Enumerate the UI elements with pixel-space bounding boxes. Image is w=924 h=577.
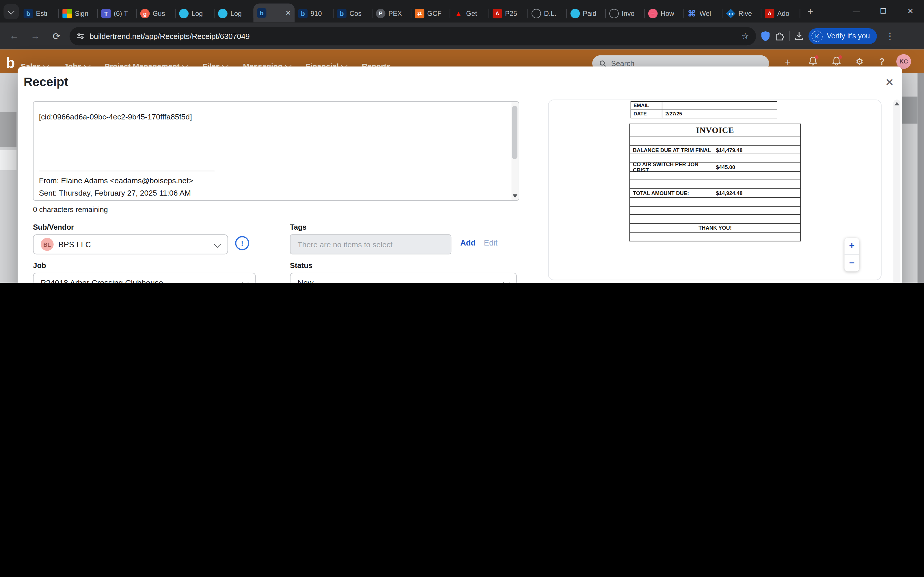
invoice-line1-label: BALANCE DUE AT TRIM FINAL	[630, 147, 715, 153]
buildertrend-favicon	[257, 8, 267, 18]
preview-zoom-control: + −	[844, 238, 859, 271]
browser-tab[interactable]: Rive	[722, 5, 761, 22]
browser-tab[interactable]: Get	[450, 5, 489, 22]
search-icon	[599, 60, 606, 67]
globe-favicon	[609, 9, 619, 18]
site-settings-icon[interactable]	[76, 32, 84, 40]
scroll-down-arrow-icon[interactable]	[513, 194, 517, 198]
browser-tab[interactable]: Sign	[59, 5, 98, 22]
browser-menu-icon[interactable]: ⋮	[882, 28, 898, 44]
browser-tab[interactable]: Cos	[333, 5, 373, 22]
date-value: 2/27/25	[662, 111, 777, 116]
xero-favicon	[179, 9, 189, 18]
xero-favicon	[570, 9, 580, 18]
download-icon[interactable]	[794, 31, 804, 41]
active-tab[interactable]: ✕	[254, 3, 295, 22]
characters-remaining: 0 characters remaining	[33, 205, 108, 214]
zoom-in-button[interactable]: +	[844, 238, 859, 255]
invoice-line2-value: $445.00	[715, 164, 735, 170]
status-label: Status	[290, 261, 312, 270]
modal-title: Receipt	[24, 75, 68, 89]
teams-favicon	[101, 9, 111, 18]
url-text[interactable]: buildertrend.net/app/Receipts/Receipt/63…	[89, 31, 736, 40]
subvendor-label: Sub/Vendor	[33, 223, 74, 231]
job-label: Job	[33, 261, 46, 270]
chevron-down-icon	[214, 241, 221, 248]
scroll-up-arrow-icon[interactable]	[895, 102, 899, 105]
adobe-favicon	[454, 9, 463, 18]
verify-profile-button[interactable]: K Verify it's you	[809, 28, 877, 44]
buildertrend-logo[interactable]: b	[6, 54, 15, 71]
tab-search-icon[interactable]	[3, 4, 19, 19]
reload-icon[interactable]: ⟳	[48, 28, 65, 44]
browser-tab[interactable]: P25	[489, 5, 528, 22]
invoice-line2-label: CO AIR SWITCH PER JON CRIST	[630, 161, 715, 173]
microsoft-favicon	[62, 9, 72, 18]
alerts-bell-icon[interactable]	[832, 56, 841, 66]
browser-tab[interactable]: Esti	[20, 5, 59, 22]
browser-tab[interactable]: Log	[215, 5, 254, 22]
page-left-area	[0, 73, 18, 283]
browser-tab[interactable]: (6) T	[98, 5, 137, 22]
subvendor-select[interactable]: BL BPS LLC	[33, 234, 228, 254]
status-select[interactable]: New	[290, 272, 517, 283]
zoom-out-button[interactable]: −	[844, 255, 859, 271]
restore-button[interactable]: ❐	[870, 0, 897, 23]
back-icon[interactable]: ←	[6, 28, 22, 44]
browser-tab[interactable]: Invo	[606, 5, 645, 22]
browser-tab[interactable]: Log	[176, 5, 215, 22]
textarea-scrollbar[interactable]	[511, 102, 518, 200]
email-cid-line: [cid:0966ad6a-09bc-4ec2-9b45-170fffa85f5…	[39, 113, 192, 121]
modal-close-icon[interactable]: ✕	[885, 76, 894, 89]
page-scrollbar[interactable]	[918, 73, 924, 283]
buildertrend-favicon	[24, 9, 33, 18]
vendor-avatar: BL	[41, 238, 54, 251]
close-window-button[interactable]: ✕	[897, 0, 924, 23]
browser-tab[interactable]: D.L.	[528, 5, 567, 22]
invoice-footer: THANK YOU!	[630, 224, 800, 232]
invoice-table: INVOICE BALANCE DUE AT TRIM FINAL$14,479…	[630, 124, 801, 242]
settings-gear-icon[interactable]: ⚙	[856, 56, 863, 67]
globe-favicon	[531, 9, 541, 18]
browser-tab[interactable]: PEX	[373, 5, 412, 22]
notifications-bell-icon[interactable]	[809, 56, 817, 66]
email-label: EMAIL	[631, 102, 662, 110]
browser-tab[interactable]: How	[645, 5, 684, 22]
buildertrend-favicon	[298, 9, 308, 18]
browser-tab[interactable]: Wel	[683, 5, 722, 22]
notification-dot	[838, 55, 842, 59]
gusto-favicon	[141, 9, 150, 18]
help-icon[interactable]: ?	[879, 56, 885, 67]
browser-tab[interactable]: GCF	[411, 5, 450, 22]
invoice-line1-value: $14,479.48	[715, 147, 743, 153]
email-from-line: From: Elaine Adams <eadams@boiseps.net>	[39, 176, 193, 185]
browser-toolbar: ← → ⟳ buildertrend.net/app/Receipts/Rece…	[0, 23, 924, 50]
browser-tab[interactable]: Ado	[761, 5, 800, 22]
notification-dot	[815, 55, 818, 59]
td-favicon	[726, 9, 735, 18]
grid-favicon	[687, 9, 697, 18]
pink-favicon	[648, 9, 658, 18]
adblock-shield-icon[interactable]	[761, 31, 771, 41]
job-select[interactable]: P24018 Arbor Crossing Clubhouse	[33, 272, 255, 283]
email-body-textarea[interactable]: [cid:0966ad6a-09bc-4ec2-9b45-170fffa85f5…	[33, 101, 519, 201]
chevron-down-icon	[242, 279, 248, 283]
extensions-icon[interactable]	[775, 31, 785, 41]
browser-tab[interactable]: Paid	[567, 5, 606, 22]
vendor-warning-icon[interactable]: !	[235, 236, 249, 250]
tags-add-link[interactable]: Add	[460, 239, 476, 248]
browser-tab-bar: Esti Sign (6) T Gus Log Log ✕ 910 Cos PE…	[0, 0, 924, 23]
new-tab-button[interactable]: +	[803, 4, 818, 19]
browser-tab[interactable]: Gus	[137, 5, 176, 22]
tags-edit-link[interactable]: Edit	[484, 239, 498, 248]
tab-close-icon[interactable]: ✕	[285, 9, 291, 17]
minimize-button[interactable]: —	[843, 0, 870, 23]
bookmark-star-icon[interactable]: ☆	[741, 31, 749, 41]
browser-tab[interactable]: 910	[294, 5, 333, 22]
invoice-preview-panel: EMAIL DATE2/27/25 INVOICE BALANCE DUE AT…	[548, 100, 882, 280]
date-label: DATE	[631, 110, 662, 118]
forward-icon[interactable]: →	[27, 28, 44, 44]
address-bar[interactable]: buildertrend.net/app/Receipts/Receipt/63…	[69, 27, 756, 45]
toolbar-divider	[789, 31, 790, 41]
modal-scrollbar[interactable]	[893, 100, 900, 283]
